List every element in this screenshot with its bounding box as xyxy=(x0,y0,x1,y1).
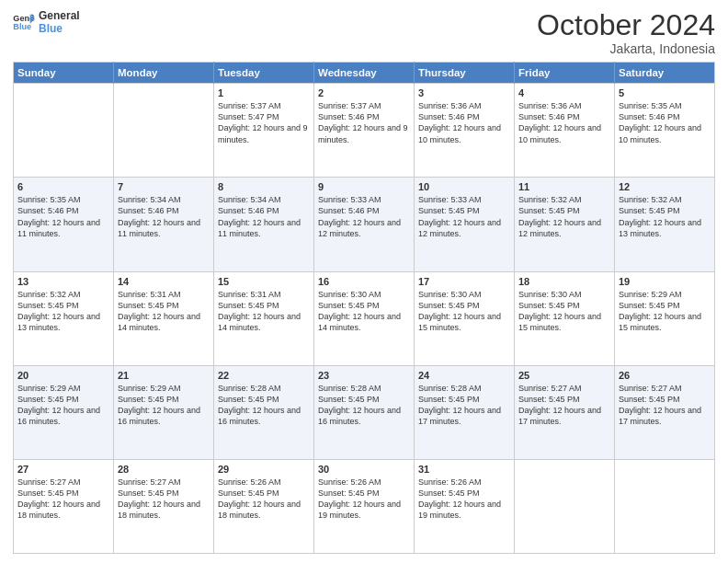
calendar-cell: 13Sunrise: 5:32 AM Sunset: 5:45 PM Dayli… xyxy=(14,271,114,365)
day-info: Sunrise: 5:35 AM Sunset: 5:46 PM Dayligh… xyxy=(619,100,711,145)
col-header-wednesday: Wednesday xyxy=(314,63,415,84)
calendar-cell xyxy=(615,459,715,553)
day-number: 8 xyxy=(218,181,310,192)
day-number: 5 xyxy=(619,87,711,98)
day-number: 24 xyxy=(418,370,510,381)
day-info: Sunrise: 5:26 AM Sunset: 5:45 PM Dayligh… xyxy=(418,477,510,522)
day-info: Sunrise: 5:30 AM Sunset: 5:45 PM Dayligh… xyxy=(318,289,410,334)
day-info: Sunrise: 5:30 AM Sunset: 5:45 PM Dayligh… xyxy=(518,289,610,334)
day-number: 18 xyxy=(518,276,610,287)
day-number: 27 xyxy=(17,464,109,475)
col-header-saturday: Saturday xyxy=(615,63,715,84)
day-info: Sunrise: 5:36 AM Sunset: 5:46 PM Dayligh… xyxy=(518,100,610,145)
page-subtitle: Jakarta, Indonesia xyxy=(537,41,715,56)
day-number: 12 xyxy=(619,181,711,192)
calendar-header-row: SundayMondayTuesdayWednesdayThursdayFrid… xyxy=(14,63,715,84)
calendar-cell: 16Sunrise: 5:30 AM Sunset: 5:45 PM Dayli… xyxy=(314,271,415,365)
calendar-cell: 1Sunrise: 5:37 AM Sunset: 5:47 PM Daylig… xyxy=(214,84,314,178)
calendar-cell: 17Sunrise: 5:30 AM Sunset: 5:45 PM Dayli… xyxy=(415,271,515,365)
calendar-cell xyxy=(114,84,214,178)
day-number: 25 xyxy=(518,370,610,381)
day-info: Sunrise: 5:32 AM Sunset: 5:45 PM Dayligh… xyxy=(518,194,610,239)
day-info: Sunrise: 5:36 AM Sunset: 5:46 PM Dayligh… xyxy=(418,100,510,145)
calendar-cell: 25Sunrise: 5:27 AM Sunset: 5:45 PM Dayli… xyxy=(515,365,615,459)
calendar-cell xyxy=(14,84,114,178)
day-number: 20 xyxy=(17,370,109,381)
calendar-cell: 11Sunrise: 5:32 AM Sunset: 5:45 PM Dayli… xyxy=(515,178,615,271)
calendar-cell: 28Sunrise: 5:27 AM Sunset: 5:45 PM Dayli… xyxy=(114,459,214,553)
title-block: October 2024 Jakarta, Indonesia xyxy=(537,9,715,56)
page-title: October 2024 xyxy=(537,9,715,41)
calendar-cell: 8Sunrise: 5:34 AM Sunset: 5:46 PM Daylig… xyxy=(214,178,314,271)
logo-icon: General Blue xyxy=(13,13,35,31)
day-number: 26 xyxy=(619,370,711,381)
calendar-cell: 31Sunrise: 5:26 AM Sunset: 5:45 PM Dayli… xyxy=(415,459,515,553)
svg-text:Blue: Blue xyxy=(13,23,31,32)
calendar-cell: 5Sunrise: 5:35 AM Sunset: 5:46 PM Daylig… xyxy=(615,84,715,178)
day-number: 19 xyxy=(619,276,711,287)
day-info: Sunrise: 5:32 AM Sunset: 5:45 PM Dayligh… xyxy=(619,194,711,239)
day-info: Sunrise: 5:37 AM Sunset: 5:46 PM Dayligh… xyxy=(318,100,410,145)
col-header-thursday: Thursday xyxy=(415,63,515,84)
day-number: 30 xyxy=(318,464,410,475)
day-info: Sunrise: 5:29 AM Sunset: 5:45 PM Dayligh… xyxy=(118,383,210,428)
day-number: 17 xyxy=(418,276,510,287)
day-number: 11 xyxy=(518,181,610,192)
day-info: Sunrise: 5:32 AM Sunset: 5:45 PM Dayligh… xyxy=(17,289,109,334)
day-info: Sunrise: 5:33 AM Sunset: 5:45 PM Dayligh… xyxy=(418,194,510,239)
calendar-week-2: 6Sunrise: 5:35 AM Sunset: 5:46 PM Daylig… xyxy=(14,178,715,271)
day-number: 13 xyxy=(17,276,109,287)
calendar-cell: 24Sunrise: 5:28 AM Sunset: 5:45 PM Dayli… xyxy=(415,365,515,459)
day-info: Sunrise: 5:34 AM Sunset: 5:46 PM Dayligh… xyxy=(218,194,310,239)
calendar-cell xyxy=(515,459,615,553)
day-number: 31 xyxy=(418,464,510,475)
day-number: 16 xyxy=(318,276,410,287)
logo: General Blue General Blue xyxy=(13,9,80,36)
day-number: 14 xyxy=(118,276,210,287)
day-info: Sunrise: 5:28 AM Sunset: 5:45 PM Dayligh… xyxy=(418,383,510,428)
col-header-sunday: Sunday xyxy=(14,63,114,84)
day-number: 23 xyxy=(318,370,410,381)
logo-text-line1: General xyxy=(39,9,80,22)
day-info: Sunrise: 5:34 AM Sunset: 5:46 PM Dayligh… xyxy=(118,194,210,239)
day-info: Sunrise: 5:27 AM Sunset: 5:45 PM Dayligh… xyxy=(17,477,109,522)
calendar-week-3: 13Sunrise: 5:32 AM Sunset: 5:45 PM Dayli… xyxy=(14,271,715,365)
logo-text-line2: Blue xyxy=(39,22,80,35)
day-number: 28 xyxy=(118,464,210,475)
day-number: 21 xyxy=(118,370,210,381)
day-number: 2 xyxy=(318,87,410,98)
day-info: Sunrise: 5:35 AM Sunset: 5:46 PM Dayligh… xyxy=(17,194,109,239)
calendar-cell: 3Sunrise: 5:36 AM Sunset: 5:46 PM Daylig… xyxy=(415,84,515,178)
day-info: Sunrise: 5:37 AM Sunset: 5:47 PM Dayligh… xyxy=(218,100,310,145)
calendar-cell: 2Sunrise: 5:37 AM Sunset: 5:46 PM Daylig… xyxy=(314,84,415,178)
day-info: Sunrise: 5:27 AM Sunset: 5:45 PM Dayligh… xyxy=(619,383,711,428)
calendar-cell: 7Sunrise: 5:34 AM Sunset: 5:46 PM Daylig… xyxy=(114,178,214,271)
col-header-monday: Monday xyxy=(114,63,214,84)
day-number: 6 xyxy=(17,181,109,192)
day-info: Sunrise: 5:26 AM Sunset: 5:45 PM Dayligh… xyxy=(218,477,310,522)
calendar-week-4: 20Sunrise: 5:29 AM Sunset: 5:45 PM Dayli… xyxy=(14,365,715,459)
day-number: 29 xyxy=(218,464,310,475)
calendar-cell: 19Sunrise: 5:29 AM Sunset: 5:45 PM Dayli… xyxy=(615,271,715,365)
day-info: Sunrise: 5:31 AM Sunset: 5:45 PM Dayligh… xyxy=(218,289,310,334)
calendar-cell: 12Sunrise: 5:32 AM Sunset: 5:45 PM Dayli… xyxy=(615,178,715,271)
header: General Blue General Blue October 2024 J… xyxy=(13,9,715,56)
day-number: 3 xyxy=(418,87,510,98)
day-info: Sunrise: 5:33 AM Sunset: 5:46 PM Dayligh… xyxy=(318,194,410,239)
day-info: Sunrise: 5:29 AM Sunset: 5:45 PM Dayligh… xyxy=(619,289,711,334)
calendar-cell: 15Sunrise: 5:31 AM Sunset: 5:45 PM Dayli… xyxy=(214,271,314,365)
day-number: 15 xyxy=(218,276,310,287)
calendar-cell: 26Sunrise: 5:27 AM Sunset: 5:45 PM Dayli… xyxy=(615,365,715,459)
col-header-tuesday: Tuesday xyxy=(214,63,314,84)
day-info: Sunrise: 5:27 AM Sunset: 5:45 PM Dayligh… xyxy=(518,383,610,428)
calendar-cell: 21Sunrise: 5:29 AM Sunset: 5:45 PM Dayli… xyxy=(114,365,214,459)
calendar-cell: 29Sunrise: 5:26 AM Sunset: 5:45 PM Dayli… xyxy=(214,459,314,553)
day-number: 10 xyxy=(418,181,510,192)
calendar-cell: 9Sunrise: 5:33 AM Sunset: 5:46 PM Daylig… xyxy=(314,178,415,271)
day-number: 9 xyxy=(318,181,410,192)
calendar-cell: 30Sunrise: 5:26 AM Sunset: 5:45 PM Dayli… xyxy=(314,459,415,553)
day-info: Sunrise: 5:29 AM Sunset: 5:45 PM Dayligh… xyxy=(17,383,109,428)
calendar-cell: 10Sunrise: 5:33 AM Sunset: 5:45 PM Dayli… xyxy=(415,178,515,271)
calendar-cell: 20Sunrise: 5:29 AM Sunset: 5:45 PM Dayli… xyxy=(14,365,114,459)
calendar-cell: 22Sunrise: 5:28 AM Sunset: 5:45 PM Dayli… xyxy=(214,365,314,459)
